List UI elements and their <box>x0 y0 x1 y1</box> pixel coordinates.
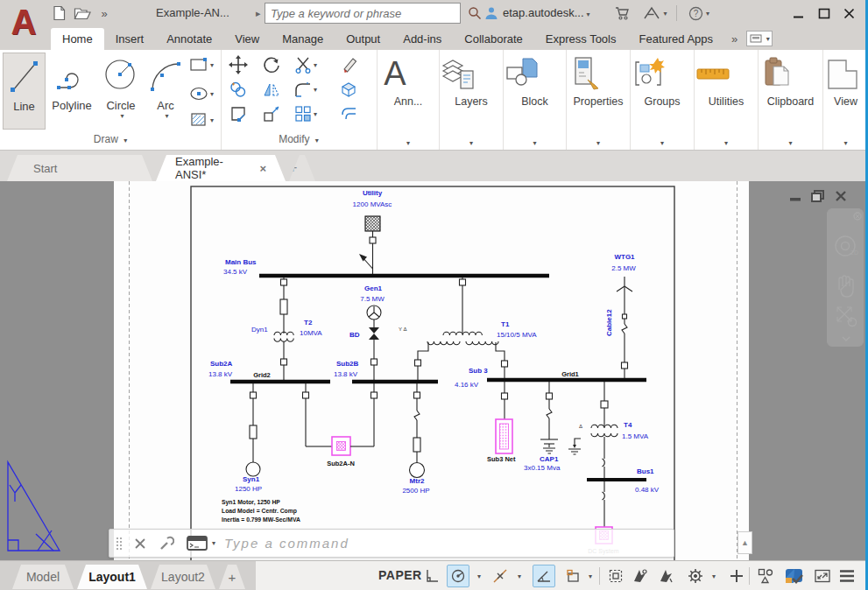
zoom-extents-icon[interactable] <box>837 307 857 327</box>
file-tab-example-ansi[interactable]: Example-ANSI* × <box>156 155 286 181</box>
autocad-logo-icon[interactable]: A <box>4 0 44 47</box>
mirror-tool-icon[interactable] <box>261 79 282 100</box>
panel-view[interactable]: View▾ <box>823 50 868 150</box>
minimize-button[interactable] <box>787 3 809 24</box>
tab-layout1[interactable]: Layout1 <box>77 565 147 589</box>
navigation-bar[interactable]: 2D <box>827 208 864 347</box>
navbar-more-icon[interactable] <box>843 337 850 341</box>
command-input[interactable] <box>224 536 674 551</box>
tab-output[interactable]: Output <box>335 28 392 50</box>
tab-annotate[interactable]: Annotate <box>155 28 223 50</box>
pan-hand-icon[interactable] <box>839 276 853 297</box>
move-tool-icon[interactable] <box>228 54 249 75</box>
trim-dropdown-icon[interactable]: ▾ <box>314 54 324 75</box>
tab-featured-apps[interactable]: Featured Apps <box>627 28 724 50</box>
snap-dropdown-icon[interactable]: ▾ <box>474 565 484 587</box>
account-menu[interactable]: etap.autodesk...▾ <box>503 6 590 19</box>
file-tab-close-icon[interactable]: × <box>259 162 266 175</box>
fullscreen-button[interactable] <box>811 565 834 587</box>
modify-panel-footer[interactable]: Modify ▾ <box>221 133 377 150</box>
tab-home[interactable]: Home <box>51 28 104 50</box>
panel-layers[interactable]: Layers▾ <box>440 50 503 150</box>
object-snap-button[interactable] <box>489 565 512 587</box>
command-dropdown-icon[interactable]: ▾ <box>212 539 215 547</box>
scale-tool-icon[interactable] <box>261 103 282 124</box>
tab-model[interactable]: Model <box>12 565 74 589</box>
autodesk-account-icon[interactable]: ▾ <box>642 4 668 23</box>
qat-more-icon[interactable]: » <box>96 4 112 23</box>
annotation-visibility-button[interactable] <box>629 565 652 587</box>
search-icon[interactable] <box>466 4 483 23</box>
tab-collaborate[interactable]: Collaborate <box>453 28 534 50</box>
offset-tool-icon[interactable] <box>338 103 359 124</box>
selection-cycling-button[interactable] <box>604 565 627 587</box>
gear-dropdown-icon[interactable]: ▾ <box>709 565 719 587</box>
fillet-tool-icon[interactable] <box>293 79 314 100</box>
close-button[interactable] <box>837 3 860 24</box>
copy-tool-icon[interactable] <box>228 79 249 100</box>
array-tool-icon[interactable] <box>293 103 314 124</box>
tray-plus-button[interactable] <box>725 565 748 587</box>
fillet-dropdown-icon[interactable]: ▾ <box>314 79 324 100</box>
open-folder-icon[interactable] <box>72 4 93 23</box>
annotation-scale-gear-button[interactable] <box>684 565 707 587</box>
title-flyout-icon[interactable]: ▸ <box>256 8 261 19</box>
command-prompt-icon[interactable] <box>187 536 208 551</box>
polar-tracking-button[interactable] <box>533 565 555 587</box>
viewport-minimize-icon[interactable] <box>788 190 802 202</box>
panel-annotation[interactable]: A Ann...▾ <box>378 50 439 150</box>
arc-tool-button[interactable]: Arc▾ <box>145 53 186 138</box>
tab-add-ins[interactable]: Add-ins <box>392 28 453 50</box>
circle-tool-button[interactable]: Circle▾ <box>98 53 144 138</box>
drafting-l-icon[interactable] <box>420 565 443 587</box>
rectangle-tool-icon[interactable] <box>188 54 209 75</box>
hatch-tool-icon[interactable] <box>188 109 209 130</box>
command-bar-grip[interactable] <box>116 537 123 551</box>
user-avatar-icon[interactable] <box>483 4 499 23</box>
panel-clipboard[interactable]: Clipboard▾ <box>759 50 822 150</box>
customize-wrench-icon[interactable] <box>159 536 174 551</box>
customization-menu-icon[interactable] <box>836 565 858 587</box>
new-file-icon[interactable] <box>49 4 68 23</box>
ellipse-tool-icon[interactable] <box>188 83 209 104</box>
erase-tool-icon[interactable] <box>338 54 359 75</box>
help-icon[interactable]: ?▾ <box>685 4 713 23</box>
search-input[interactable] <box>265 3 461 24</box>
stretch-tool-icon[interactable] <box>228 103 249 124</box>
rotate-tool-icon[interactable] <box>261 54 282 75</box>
ellipse-dropdown-icon[interactable]: ▾ <box>210 83 221 104</box>
navbar-close-icon[interactable] <box>854 213 861 220</box>
tab-manage[interactable]: Manage <box>271 28 335 50</box>
array-dropdown-icon[interactable]: ▾ <box>314 103 324 124</box>
paper-space-toggle[interactable]: PAPER <box>378 568 422 582</box>
command-line-bar[interactable]: ▾ <box>109 529 674 558</box>
layout-viewport[interactable]: Utility 1200 MVAsc Main Bus 34.5 kV Gen1… <box>0 181 868 560</box>
panel-groups[interactable]: Groups▾ <box>631 50 694 150</box>
annotation-objects-button[interactable] <box>561 565 584 587</box>
annotation-dropdown-icon[interactable]: ▾ <box>585 565 596 587</box>
explode-tool-icon[interactable] <box>338 79 359 100</box>
maximize-button[interactable] <box>813 3 836 24</box>
polyline-tool-button[interactable]: Polyline <box>47 53 96 130</box>
new-layout-button[interactable]: + <box>219 565 245 589</box>
command-history-up-icon[interactable]: ▲ <box>737 531 752 554</box>
panel-properties[interactable]: Properties▾ <box>567 50 630 150</box>
drawing-canvas[interactable]: Utility 1200 MVAsc Main Bus 34.5 kV Gen1… <box>0 181 868 560</box>
viewport-restore-icon[interactable] <box>811 190 825 202</box>
annotation-autoscale-button[interactable] <box>654 565 677 587</box>
rectangle-dropdown-icon[interactable]: ▾ <box>210 54 221 75</box>
object-snap-dropdown-icon[interactable]: ▾ <box>514 565 525 587</box>
hatch-dropdown-icon[interactable]: ▾ <box>210 109 221 130</box>
viewport-close-icon[interactable] <box>834 190 848 202</box>
tab-overflow-icon[interactable]: » <box>730 28 739 50</box>
panel-utilities[interactable]: Utilities▾ <box>695 50 758 150</box>
graphics-performance-button[interactable] <box>783 565 806 587</box>
file-tab-start[interactable]: Start <box>7 155 152 181</box>
line-tool-button[interactable]: Line <box>3 53 46 130</box>
tab-express-tools[interactable]: Express Tools <box>534 28 628 50</box>
command-bar-close-icon[interactable] <box>135 538 145 549</box>
ribbon-collapse-button[interactable]: ▾ <box>746 31 773 46</box>
draw-panel-footer[interactable]: Draw ▾ <box>0 133 221 150</box>
tab-view[interactable]: View <box>223 28 271 50</box>
new-drawing-tab-button[interactable]: + <box>289 155 315 181</box>
